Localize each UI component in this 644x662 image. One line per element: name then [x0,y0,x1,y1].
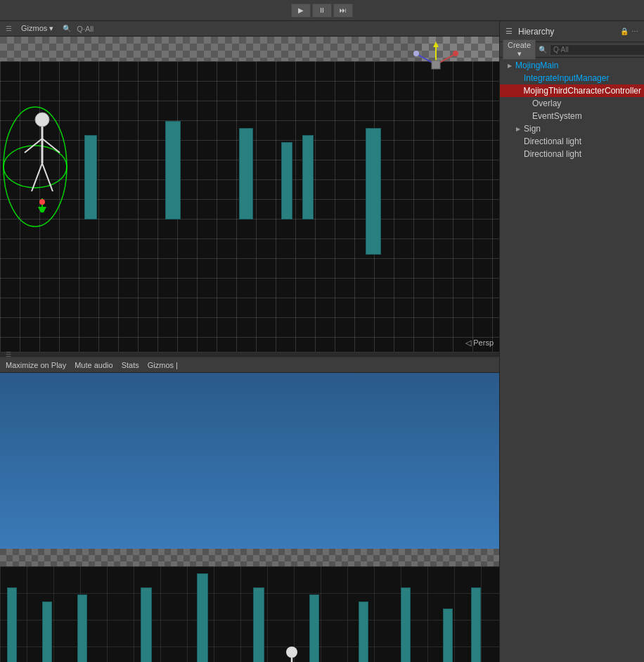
hierarchy-label-integrateinputmanager: IntegrateInputManager [524,73,609,83]
hierarchy-arrow-overlay [522,99,531,108]
pillar-2 [165,121,181,219]
hierarchy-settings-button[interactable]: ⋯ [631,27,638,35]
hierarchy-arrow-sign: ▶ [514,125,522,133]
scene-view: ☰ Gizmos ▾ 🔍 Q·All [0,21,499,352]
game-pillar-5 [197,573,208,662]
hierarchy-item-mojingmain[interactable]: ▶MojingMain [500,59,644,72]
hierarchy-arrow-eventsystem [522,112,531,120]
svg-point-2 [35,113,49,127]
play-button[interactable]: ▶ [291,4,311,18]
hierarchy-arrow-directional-light-1 [514,137,522,146]
playback-controls: ▶ ⏸ ⏭ [291,4,353,18]
svg-line-5 [42,139,60,153]
game-character [264,644,320,662]
game-grid-floor [0,566,499,662]
character-figure [14,107,70,212]
game-canvas[interactable] [0,373,499,662]
svg-point-15 [413,51,419,56]
gizmos-game-button[interactable]: Gizmos | [148,361,178,369]
hierarchy-toolbar: Create ▾ 🔍 [500,42,644,58]
game-pillar-6 [253,587,264,662]
hierarchy-arrow-integrateinputmanager [514,74,522,82]
pillar-6 [366,128,381,255]
top-toolbar: ▶ ⏸ ⏭ [0,0,644,21]
hierarchy-item-integrateinputmanager[interactable]: IntegrateInputManager [500,72,644,84]
stats-button[interactable]: Stats [122,361,139,369]
scene-search-label: Q·All [77,25,94,33]
hierarchy-label-mojingthirdcharactercontroller: MojingThirdCharacterController [524,86,641,96]
create-button[interactable]: Create ▾ [503,39,536,60]
hierarchy-label-sign: Sign [524,124,541,134]
hierarchy-label-directional-light-2: Directional light [524,149,581,159]
hierarchy-search-icon: 🔍 [539,46,547,53]
hierarchy-label-eventsystem: EventSystem [532,111,582,121]
game-pillar-9 [401,587,411,662]
scene-canvas[interactable]: ◁ Persp [0,37,499,352]
hierarchy-search-input[interactable] [550,44,644,56]
game-sky [0,373,499,549]
game-pillar-8 [359,601,368,662]
hierarchy-label-overlay: Overlay [532,98,561,108]
persp-label: ◁ Persp [465,338,494,348]
mute-audio-button[interactable]: Mute audio [75,361,112,369]
svg-point-17 [286,647,297,658]
hierarchy-item-directional-light-2[interactable]: Directional light [500,148,644,160]
scene-game-separator: ☰ [0,352,499,357]
next-button[interactable]: ⏭ [333,4,353,18]
game-pillar-2 [42,601,52,662]
hierarchy-arrow-directional-light-2 [514,150,522,158]
hierarchy-item-eventsystem[interactable]: EventSystem [500,110,644,122]
hierarchy-arrow-mojingmain: ▶ [505,61,514,70]
right-panel: ☰ Hierarchy 🔒 ⋯ Create ▾ 🔍 ▶MojingMainIn… [499,21,644,662]
scene-toolbar: ☰ Gizmos ▾ 🔍 Q·All [0,21,499,37]
game-pillar-4 [141,587,152,662]
hierarchy-item-mojingthirdcharactercontroller[interactable]: MojingThirdCharacterController [500,84,644,97]
game-pillar-10 [443,609,453,662]
game-toolbar: Maximize on Play Mute audio Stats Gizmos… [0,357,499,373]
svg-line-4 [25,139,42,153]
svg-line-6 [32,163,42,191]
pillar-3 [239,128,253,219]
hierarchy-title: Hierarchy [518,27,617,37]
hierarchy-menu-icon: ☰ [505,27,513,36]
maximize-on-play-button[interactable]: Maximize on Play [6,361,66,369]
game-pillar-11 [471,587,481,662]
game-pillar-3 [77,594,87,662]
search-icon: 🔍 [63,25,71,32]
game-view: Maximize on Play Mute audio Stats Gizmos… [0,357,499,662]
hierarchy-item-directional-light-1[interactable]: Directional light [500,135,644,148]
pause-button[interactable]: ⏸ [312,4,332,18]
svg-line-7 [42,163,53,191]
pillar-4 [281,142,292,219]
hierarchy-list: ▶MojingMainIntegrateInputManagerMojingTh… [500,58,644,662]
hierarchy-item-sign[interactable]: ▶Sign [500,122,644,135]
main-layout: ☰ Gizmos ▾ 🔍 Q·All [0,21,644,662]
hierarchy-arrow-mojingthirdcharactercontroller [514,87,522,95]
hierarchy-item-overlay[interactable]: Overlay [500,97,644,110]
pillar-1 [84,135,97,219]
pillar-5 [302,135,314,219]
svg-marker-11 [433,42,439,47]
svg-rect-16 [432,61,440,69]
game-pillar-1 [7,587,17,662]
scene-menu-icon: ☰ [6,25,12,32]
hierarchy-lock-button[interactable]: 🔒 [620,27,629,35]
hierarchy-label-directional-light-1: Directional light [524,136,581,146]
svg-point-13 [453,51,458,56]
left-panel: ☰ Gizmos ▾ 🔍 Q·All [0,21,499,662]
game-checker-wall [0,549,499,566]
gizmos-button[interactable]: Gizmos ▾ [18,23,57,34]
gizmo-axes [411,40,461,89]
hierarchy-label-mojingmain: MojingMain [515,61,558,70]
svg-point-9 [39,199,45,205]
